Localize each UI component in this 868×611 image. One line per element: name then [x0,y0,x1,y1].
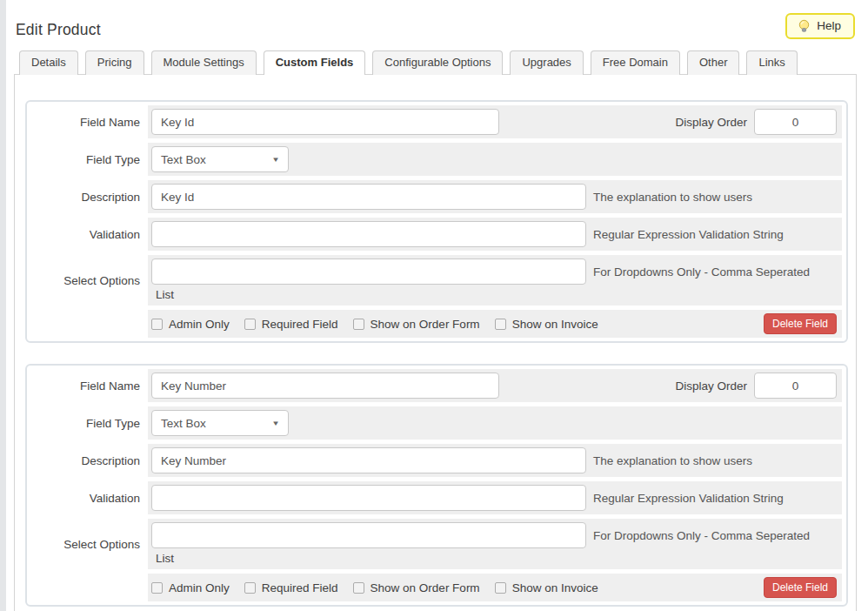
description-row: Description The explanation to show user… [31,180,842,213]
required-field-checkbox-group[interactable]: Required Field [244,318,338,331]
description-input[interactable] [151,447,586,473]
description-label: Description [31,191,148,204]
help-button-label: Help [817,19,841,32]
field-name-label: Field Name [31,379,148,393]
admin-only-checkbox[interactable] [151,582,163,594]
required-field-checkbox[interactable] [244,582,256,594]
show-on-invoice-checkbox-group[interactable]: Show on Invoice [495,581,598,594]
field-type-value: Text Box [161,417,206,430]
show-on-invoice-checkbox[interactable] [495,582,506,594]
admin-only-checkbox-group[interactable]: Admin Only [151,318,230,331]
show-on-order-form-checkbox[interactable] [353,582,364,594]
select-options-label: Select Options [31,274,148,287]
validation-input[interactable] [151,485,586,511]
select-arrow-icon: ▼ [271,156,280,164]
tab-configurable-options[interactable]: Configurable Options [372,50,503,75]
required-field-checkbox[interactable] [244,319,256,330]
options-row: Admin Only Required Field Show on Order … [31,574,842,601]
validation-hint: Regular Expression Validation String [593,492,784,505]
field-type-row: Field Type Text Box ▼ [31,143,842,176]
validation-label: Validation [31,492,148,505]
tab-custom-fields[interactable]: Custom Fields [264,50,366,75]
display-order-input[interactable] [754,373,837,399]
validation-input[interactable] [151,221,586,247]
field-type-label: Field Type [31,417,148,430]
field-name-input[interactable] [151,109,499,135]
tab-other[interactable]: Other [687,50,740,75]
validation-hint: Regular Expression Validation String [593,228,784,241]
show-on-order-form-label: Show on Order Form [371,581,480,594]
select-arrow-icon: ▼ [271,420,280,427]
field-type-label: Field Type [31,153,148,166]
required-field-label: Required Field [262,318,338,331]
description-label: Description [31,454,148,467]
show-on-order-form-checkbox[interactable] [353,319,364,330]
select-options-input[interactable] [151,258,586,285]
show-on-order-form-checkbox-group[interactable]: Show on Order Form [353,581,480,594]
display-order-label: Display Order [675,116,747,129]
options-row: Admin Only Required Field Show on Order … [31,310,842,338]
field-name-input[interactable] [151,373,499,399]
show-on-invoice-label: Show on Invoice [512,581,598,594]
page-title: Edit Product [16,21,101,39]
custom-field-card-1: Field Name Display Order Field Type Text… [25,100,848,343]
description-row: Description The explanation to show user… [31,444,842,477]
validation-row: Validation Regular Expression Validation… [31,481,842,514]
validation-label: Validation [31,228,148,241]
field-type-row: Field Type Text Box ▼ [31,406,842,440]
field-name-row: Field Name Display Order [31,369,842,402]
delete-field-button[interactable]: Delete Field [764,577,837,598]
field-name-label: Field Name [31,116,148,129]
show-on-order-form-checkbox-group[interactable]: Show on Order Form [353,318,480,331]
field-type-value: Text Box [161,153,206,166]
tab-pricing[interactable]: Pricing [85,50,144,75]
admin-only-label: Admin Only [169,581,230,594]
show-on-invoice-checkbox-group[interactable]: Show on Invoice [495,318,598,331]
show-on-invoice-label: Show on Invoice [512,318,598,331]
page-edge [0,0,6,611]
required-field-label: Required Field [262,581,338,594]
tab-details[interactable]: Details [19,50,78,75]
show-on-order-form-label: Show on Order Form [371,318,480,331]
description-hint: The explanation to show users [593,191,752,204]
select-options-hint: For Dropdowns Only - Comma Seperated [593,265,810,279]
select-options-row: Select Options For Dropdowns Only - Comm… [31,255,842,306]
required-field-checkbox-group[interactable]: Required Field [244,581,338,594]
validation-row: Validation Regular Expression Validation… [31,218,842,251]
field-name-row: Field Name Display Order [31,105,842,138]
help-bulb-icon [798,19,811,33]
page-header: Edit Product Help [16,12,855,39]
admin-only-checkbox-group[interactable]: Admin Only [151,581,230,594]
admin-only-checkbox[interactable] [151,319,163,330]
help-button[interactable]: Help [785,13,855,39]
delete-field-button[interactable]: Delete Field [764,313,837,334]
tab-bar: Details Pricing Module Settings Custom F… [0,50,868,75]
field-type-select[interactable]: Text Box ▼ [151,146,289,172]
select-options-hint-wrap: List [156,288,837,301]
custom-field-card-2: Field Name Display Order Field Type Text… [25,364,848,607]
tab-links[interactable]: Links [746,50,797,75]
admin-only-label: Admin Only [169,318,230,331]
select-options-hint-wrap: List [156,552,837,565]
select-options-input[interactable] [151,522,586,548]
description-input[interactable] [151,184,586,210]
custom-fields-panel: Field Name Display Order Field Type Text… [14,74,857,611]
select-options-row: Select Options For Dropdowns Only - Comm… [31,519,842,569]
select-options-hint: For Dropdowns Only - Comma Seperated [593,529,810,542]
display-order-label: Display Order [675,379,747,393]
field-type-select[interactable]: Text Box ▼ [151,410,289,436]
select-options-label: Select Options [31,538,148,551]
display-order-input[interactable] [754,109,837,135]
tab-module-settings[interactable]: Module Settings [151,50,257,75]
tab-upgrades[interactable]: Upgrades [510,50,583,75]
show-on-invoice-checkbox[interactable] [495,319,506,330]
description-hint: The explanation to show users [593,454,752,467]
tab-free-domain[interactable]: Free Domain [591,50,680,75]
